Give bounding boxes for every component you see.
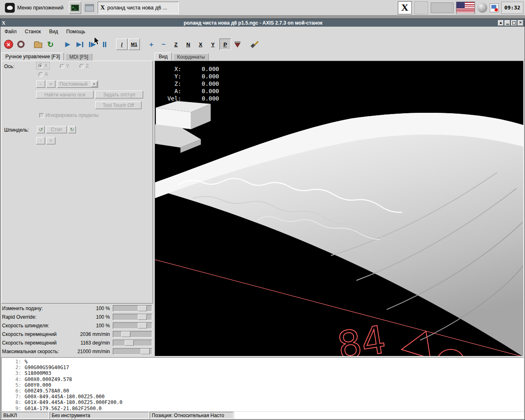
toolbar-separator	[27, 39, 32, 50]
radio-circle	[39, 72, 43, 77]
override-slider[interactable]	[113, 348, 152, 355]
slider-handle[interactable]	[138, 306, 147, 311]
tool-touch-off-button[interactable]: Tool Touch Off	[95, 101, 142, 109]
menu-item[interactable]: Вид	[49, 29, 58, 34]
minimize-button[interactable]	[504, 20, 510, 26]
slider-handle[interactable]	[138, 314, 147, 320]
slider-handle[interactable]	[121, 331, 130, 337]
override-row: Скорость шпинделя: 100 %	[2, 321, 152, 330]
tab-dro[interactable]: Координаты	[173, 53, 209, 61]
gcode-line[interactable]: 5: G00Y0.000	[2, 382, 523, 388]
spindle-ccw-button[interactable]: ↺	[37, 126, 45, 133]
close-button[interactable]: ✕	[518, 20, 523, 26]
gcode-line[interactable]: 1: %	[2, 359, 523, 365]
ignore-limits-checkbox[interactable]: Игнорировать пределы	[39, 112, 98, 118]
pause-button[interactable]	[99, 39, 110, 50]
estop-button[interactable]: ×	[3, 39, 14, 50]
override-slider[interactable]	[113, 331, 152, 338]
spindle-stop-button[interactable]: Стоп	[46, 126, 67, 133]
jog-plus-button[interactable]: +	[46, 80, 55, 88]
front-view-button[interactable]: Y	[207, 39, 219, 50]
override-slider[interactable]	[113, 314, 152, 320]
axis-radio-x[interactable]: X	[36, 62, 50, 69]
toolpath-preview-canvas[interactable]: 84	[155, 61, 523, 356]
override-slider[interactable]	[113, 322, 152, 329]
gcode-line-number: 2:	[2, 365, 21, 370]
open-file-button[interactable]	[32, 39, 44, 50]
axis-radio-z[interactable]: Z	[80, 63, 89, 69]
rotate-mode-button[interactable]	[232, 39, 243, 50]
axis-radio-y[interactable]: Y	[60, 63, 69, 69]
gcode-line[interactable]: 8: G01X-849.445A-180.00Z25.000F200.0	[2, 399, 523, 405]
spindle-cw-button[interactable]: ↻	[68, 126, 76, 133]
window-titlebar[interactable]: X роланд чиста нова д6 p1.5.ngc - AXIS 2…	[0, 19, 525, 27]
clear-plot-button[interactable]	[249, 39, 260, 50]
machined-surface-body	[155, 113, 523, 356]
zoom-out-icon: −	[162, 41, 166, 48]
workspace-switcher[interactable]	[431, 2, 454, 13]
override-value: 100 %	[96, 323, 113, 329]
jog-minus-button[interactable]: -	[36, 80, 45, 88]
override-slider[interactable]	[113, 340, 152, 346]
preview-tabs: Вид Координаты	[155, 52, 524, 61]
power-icon	[17, 41, 25, 48]
shade-button[interactable]: ▲	[498, 20, 504, 26]
file-manager-launcher[interactable]	[83, 2, 96, 14]
zoom-in-icon: +	[149, 41, 153, 48]
tab-mdi[interactable]: MDI [F5]	[65, 53, 92, 61]
axis-radio-a[interactable]: A	[39, 71, 48, 77]
volume-icon[interactable]	[477, 3, 487, 13]
gcode-line[interactable]: 9: G01A-179.56Z-21.862F2500.0	[2, 406, 523, 411]
control-tabs: Ручное управление [F3] MDI [F5]	[1, 52, 153, 61]
menu-item[interactable]: Файл	[5, 29, 17, 34]
gcode-line-text: %	[25, 359, 27, 365]
main-area: Ручное управление [F3] MDI [F5] Ось: X Y…	[0, 52, 525, 356]
machine-power-button[interactable]	[15, 39, 27, 50]
control-pane: Ручное управление [F3] MDI [F5] Ось: X Y…	[1, 52, 153, 356]
spindle-minus-button[interactable]: -	[36, 137, 45, 144]
jog-mode-dropdown[interactable]: Постоянный ▼	[57, 80, 98, 88]
tab-manual-control[interactable]: Ручное управление [F3]	[1, 52, 64, 61]
gcode-line-text: G00Z49.578A0.00	[25, 388, 69, 394]
slider-handle[interactable]	[138, 323, 147, 329]
dro-row: X: 0.000	[161, 65, 219, 73]
optional-stop-toggle[interactable]: M1	[128, 39, 140, 50]
menu-item[interactable]: Помощь	[66, 29, 85, 34]
zoom-in-button[interactable]: +	[146, 39, 157, 50]
override-slider[interactable]	[113, 305, 152, 312]
applications-menu-button[interactable]: Меню приложений	[2, 1, 67, 14]
top-view-button[interactable]: Z	[170, 39, 182, 50]
us-flag-keyboard-layout-icon[interactable]	[456, 2, 475, 14]
slider-handle[interactable]	[125, 340, 134, 346]
side-view-button[interactable]: X	[195, 39, 206, 50]
axis-label: Ось:	[4, 64, 14, 69]
override-label: Скорость перемещений	[2, 340, 57, 346]
menu-item[interactable]: Станок	[25, 29, 41, 34]
set-offset-button[interactable]: Задать отступ	[95, 91, 143, 98]
toolpath-preview[interactable]: 84 X: 0.000 Y: 0.0	[155, 61, 524, 356]
home-axis-button[interactable]: Найти начало оси	[36, 91, 94, 98]
skip-lines-toggle[interactable]: /	[116, 39, 128, 50]
display-tray-icon[interactable]	[490, 3, 499, 12]
gcode-listing[interactable]: 1: % 2: G90G00G59G40G17 3: S18000M03 4: …	[1, 357, 524, 411]
slider-handle[interactable]	[141, 349, 150, 354]
spindle-plus-button[interactable]: +	[46, 137, 55, 144]
reload-file-button[interactable]: ↻	[45, 39, 56, 50]
dro-axis-label: A:	[161, 87, 181, 95]
taskbar-window-button[interactable]: X роланд чиста нова д6 ...	[98, 2, 179, 14]
run-program-button[interactable]: ▶	[62, 39, 73, 50]
terminal-launcher[interactable]	[69, 2, 81, 14]
gcode-line[interactable]: 6: G00Z49.578A0.00	[2, 388, 523, 394]
gcode-line[interactable]: 3: S18000M03	[2, 370, 523, 376]
machine-state-status: ВЫКЛ	[1, 412, 49, 419]
maximize-button[interactable]	[511, 20, 517, 26]
gcode-line[interactable]: 7: G00X-849.445A-180.00Z25.000	[2, 394, 523, 399]
perspective-view-button[interactable]: P	[219, 39, 231, 50]
dro-axis-label: Y:	[161, 73, 181, 80]
run-from-line-button[interactable]: ▶	[74, 39, 86, 50]
tab-preview[interactable]: Вид	[155, 52, 172, 61]
rotated-top-view-button[interactable]: N	[183, 39, 194, 50]
gcode-line[interactable]: 2: G90G00G59G40G17	[2, 365, 523, 370]
gcode-line[interactable]: 4: G00X0.000Z49.578	[2, 377, 523, 382]
zoom-out-button[interactable]: −	[158, 39, 169, 50]
